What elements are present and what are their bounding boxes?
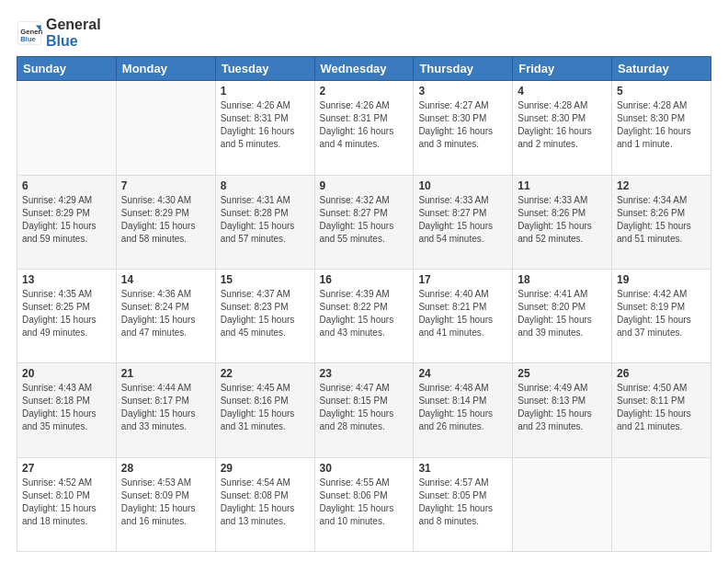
day-number: 12	[617, 179, 706, 192]
calendar-cell: 24Sunrise: 4:48 AM Sunset: 8:14 PM Dayli…	[414, 363, 513, 457]
day-info: Sunrise: 4:34 AM Sunset: 8:26 PM Dayligh…	[617, 194, 706, 246]
day-info: Sunrise: 4:37 AM Sunset: 8:23 PM Dayligh…	[221, 288, 310, 339]
day-number: 30	[320, 462, 409, 475]
calendar-cell: 30Sunrise: 4:55 AM Sunset: 8:06 PM Dayli…	[314, 457, 414, 551]
day-number: 1	[221, 85, 310, 98]
day-number: 3	[418, 85, 507, 98]
calendar-cell: 20Sunrise: 4:43 AM Sunset: 8:18 PM Dayli…	[17, 363, 117, 457]
day-info: Sunrise: 4:33 AM Sunset: 8:27 PM Dayligh…	[418, 194, 507, 246]
logo-icon: General Blue	[17, 20, 42, 46]
calendar-cell: 16Sunrise: 4:39 AM Sunset: 8:22 PM Dayli…	[314, 269, 414, 362]
calendar-cell: 4Sunrise: 4:28 AM Sunset: 8:30 PM Daylig…	[513, 81, 612, 175]
weekday-header: Sunday	[17, 57, 117, 81]
calendar-cell: 27Sunrise: 4:52 AM Sunset: 8:10 PM Dayli…	[17, 457, 117, 551]
day-number: 21	[121, 367, 210, 380]
day-number: 20	[22, 367, 111, 380]
day-info: Sunrise: 4:36 AM Sunset: 8:24 PM Dayligh…	[121, 288, 210, 339]
day-info: Sunrise: 4:28 AM Sunset: 8:30 PM Dayligh…	[518, 99, 607, 151]
calendar-cell: 13Sunrise: 4:35 AM Sunset: 8:25 PM Dayli…	[17, 269, 117, 362]
calendar-cell: 9Sunrise: 4:32 AM Sunset: 8:27 PM Daylig…	[314, 175, 414, 269]
day-number: 13	[22, 273, 111, 286]
weekday-header: Wednesday	[314, 57, 414, 81]
day-number: 28	[121, 462, 210, 475]
day-info: Sunrise: 4:47 AM Sunset: 8:15 PM Dayligh…	[320, 382, 409, 433]
day-info: Sunrise: 4:41 AM Sunset: 8:20 PM Dayligh…	[518, 288, 607, 339]
weekday-header: Saturday	[612, 57, 711, 81]
day-number: 22	[221, 367, 310, 380]
calendar-cell: 26Sunrise: 4:50 AM Sunset: 8:11 PM Dayli…	[612, 363, 711, 457]
day-number: 15	[221, 273, 310, 286]
logo-general: General	[46, 17, 101, 33]
svg-text:Blue: Blue	[20, 35, 36, 43]
day-info: Sunrise: 4:45 AM Sunset: 8:16 PM Dayligh…	[221, 382, 310, 433]
day-info: Sunrise: 4:55 AM Sunset: 8:06 PM Dayligh…	[320, 477, 409, 528]
calendar-cell: 11Sunrise: 4:33 AM Sunset: 8:26 PM Dayli…	[513, 175, 612, 269]
day-number: 16	[320, 273, 409, 286]
calendar-cell: 12Sunrise: 4:34 AM Sunset: 8:26 PM Dayli…	[612, 175, 711, 269]
calendar-cell: 28Sunrise: 4:53 AM Sunset: 8:09 PM Dayli…	[116, 457, 215, 551]
day-number: 25	[518, 367, 607, 380]
calendar-cell: 17Sunrise: 4:40 AM Sunset: 8:21 PM Dayli…	[414, 269, 513, 362]
day-number: 29	[221, 462, 310, 475]
weekday-header: Tuesday	[215, 57, 314, 81]
calendar-cell: 21Sunrise: 4:44 AM Sunset: 8:17 PM Dayli…	[116, 363, 215, 457]
day-info: Sunrise: 4:42 AM Sunset: 8:19 PM Dayligh…	[617, 288, 706, 339]
calendar-cell: 1Sunrise: 4:26 AM Sunset: 8:31 PM Daylig…	[215, 81, 314, 175]
header: General Blue General Blue	[17, 17, 711, 49]
day-number: 4	[518, 85, 607, 98]
day-number: 5	[617, 85, 706, 98]
day-number: 31	[418, 462, 507, 475]
day-info: Sunrise: 4:32 AM Sunset: 8:27 PM Dayligh…	[320, 194, 409, 246]
calendar-cell: 15Sunrise: 4:37 AM Sunset: 8:23 PM Dayli…	[215, 269, 314, 362]
calendar-cell	[612, 457, 711, 551]
day-info: Sunrise: 4:48 AM Sunset: 8:14 PM Dayligh…	[418, 382, 507, 433]
day-info: Sunrise: 4:44 AM Sunset: 8:17 PM Dayligh…	[121, 382, 210, 433]
day-info: Sunrise: 4:57 AM Sunset: 8:05 PM Dayligh…	[418, 477, 507, 528]
day-info: Sunrise: 4:31 AM Sunset: 8:28 PM Dayligh…	[221, 194, 310, 246]
logo: General Blue General Blue	[17, 17, 101, 49]
day-info: Sunrise: 4:43 AM Sunset: 8:18 PM Dayligh…	[22, 382, 111, 433]
day-number: 11	[518, 179, 607, 192]
calendar-cell: 23Sunrise: 4:47 AM Sunset: 8:15 PM Dayli…	[314, 363, 414, 457]
day-info: Sunrise: 4:40 AM Sunset: 8:21 PM Dayligh…	[418, 288, 507, 339]
day-number: 9	[320, 179, 409, 192]
calendar-cell: 22Sunrise: 4:45 AM Sunset: 8:16 PM Dayli…	[215, 363, 314, 457]
calendar-cell: 18Sunrise: 4:41 AM Sunset: 8:20 PM Dayli…	[513, 269, 612, 362]
day-number: 18	[518, 273, 607, 286]
calendar-cell: 6Sunrise: 4:29 AM Sunset: 8:29 PM Daylig…	[17, 175, 117, 269]
calendar-cell: 7Sunrise: 4:30 AM Sunset: 8:29 PM Daylig…	[116, 175, 215, 269]
day-info: Sunrise: 4:27 AM Sunset: 8:30 PM Dayligh…	[418, 99, 507, 151]
day-number: 27	[22, 462, 111, 475]
day-info: Sunrise: 4:53 AM Sunset: 8:09 PM Dayligh…	[121, 477, 210, 528]
calendar-cell: 31Sunrise: 4:57 AM Sunset: 8:05 PM Dayli…	[414, 457, 513, 551]
day-info: Sunrise: 4:52 AM Sunset: 8:10 PM Dayligh…	[22, 477, 111, 528]
day-number: 10	[418, 179, 507, 192]
calendar-cell: 19Sunrise: 4:42 AM Sunset: 8:19 PM Dayli…	[612, 269, 711, 362]
day-number: 19	[617, 273, 706, 286]
day-number: 2	[320, 85, 409, 98]
day-number: 14	[121, 273, 210, 286]
day-number: 26	[617, 367, 706, 380]
day-info: Sunrise: 4:39 AM Sunset: 8:22 PM Dayligh…	[320, 288, 409, 339]
weekday-header: Monday	[116, 57, 215, 81]
day-info: Sunrise: 4:54 AM Sunset: 8:08 PM Dayligh…	[221, 477, 310, 528]
day-number: 6	[22, 179, 111, 192]
day-info: Sunrise: 4:26 AM Sunset: 8:31 PM Dayligh…	[320, 99, 409, 151]
day-info: Sunrise: 4:29 AM Sunset: 8:29 PM Dayligh…	[22, 194, 111, 246]
calendar-cell: 10Sunrise: 4:33 AM Sunset: 8:27 PM Dayli…	[414, 175, 513, 269]
day-info: Sunrise: 4:50 AM Sunset: 8:11 PM Dayligh…	[617, 382, 706, 433]
calendar-cell: 5Sunrise: 4:28 AM Sunset: 8:30 PM Daylig…	[612, 81, 711, 175]
calendar-cell: 3Sunrise: 4:27 AM Sunset: 8:30 PM Daylig…	[414, 81, 513, 175]
calendar-cell: 25Sunrise: 4:49 AM Sunset: 8:13 PM Dayli…	[513, 363, 612, 457]
calendar-cell: 29Sunrise: 4:54 AM Sunset: 8:08 PM Dayli…	[215, 457, 314, 551]
calendar-cell	[116, 81, 215, 175]
day-info: Sunrise: 4:49 AM Sunset: 8:13 PM Dayligh…	[518, 382, 607, 433]
calendar-cell: 8Sunrise: 4:31 AM Sunset: 8:28 PM Daylig…	[215, 175, 314, 269]
day-info: Sunrise: 4:33 AM Sunset: 8:26 PM Dayligh…	[518, 194, 607, 246]
weekday-header: Friday	[513, 57, 612, 81]
calendar-cell: 14Sunrise: 4:36 AM Sunset: 8:24 PM Dayli…	[116, 269, 215, 362]
calendar-table: SundayMondayTuesdayWednesdayThursdayFrid…	[17, 56, 711, 552]
day-info: Sunrise: 4:30 AM Sunset: 8:29 PM Dayligh…	[121, 194, 210, 246]
day-info: Sunrise: 4:26 AM Sunset: 8:31 PM Dayligh…	[221, 99, 310, 151]
day-number: 24	[418, 367, 507, 380]
